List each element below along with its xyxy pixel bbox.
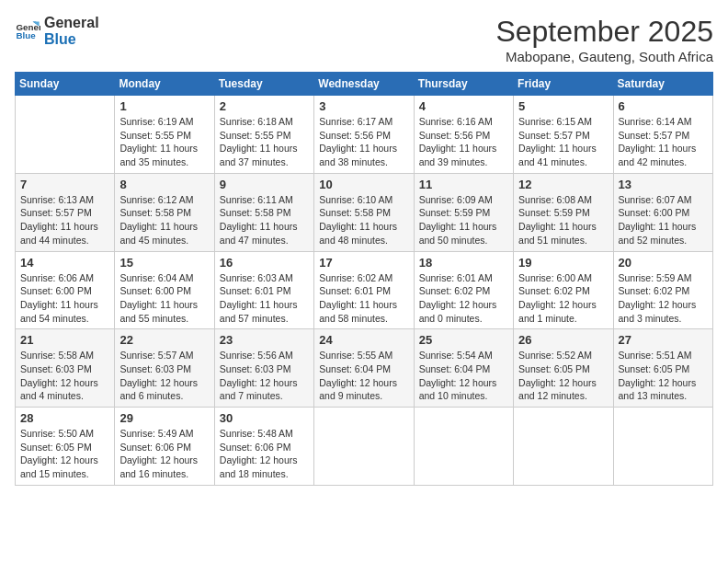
calendar-cell [16, 96, 115, 174]
week-row-5: 28Sunrise: 5:50 AMSunset: 6:05 PMDayligh… [16, 408, 713, 486]
day-info: Sunrise: 5:54 AMSunset: 6:04 PMDaylight:… [419, 349, 508, 403]
calendar-cell: 26Sunrise: 5:52 AMSunset: 6:05 PMDayligh… [514, 329, 613, 408]
logo-line2: Blue [44, 31, 99, 48]
day-number: 30 [220, 411, 309, 425]
calendar-cell: 23Sunrise: 5:56 AMSunset: 6:03 PMDayligh… [214, 329, 313, 408]
calendar-cell: 17Sunrise: 6:02 AMSunset: 6:01 PMDayligh… [314, 251, 414, 329]
day-info: Sunrise: 5:55 AMSunset: 6:04 PMDaylight:… [319, 349, 408, 403]
calendar-cell [414, 408, 513, 486]
calendar-cell: 27Sunrise: 5:51 AMSunset: 6:05 PMDayligh… [613, 329, 712, 408]
calendar-cell: 2Sunrise: 6:18 AMSunset: 5:55 PMDaylight… [214, 96, 313, 174]
day-info: Sunrise: 6:18 AMSunset: 5:55 PMDaylight:… [220, 115, 309, 169]
day-number: 7 [20, 178, 109, 191]
calendar-cell: 4Sunrise: 6:16 AMSunset: 5:56 PMDaylight… [414, 96, 513, 174]
title-area: September 2025 Mabopane, Gauteng, South … [495, 15, 713, 64]
day-number: 26 [518, 333, 608, 347]
weekday-header-friday: Friday [514, 73, 613, 96]
calendar-cell: 5Sunrise: 6:15 AMSunset: 5:57 PMDaylight… [514, 96, 613, 174]
day-number: 18 [419, 256, 508, 270]
calendar-cell: 16Sunrise: 6:03 AMSunset: 6:01 PMDayligh… [214, 251, 313, 329]
calendar-cell: 20Sunrise: 5:59 AMSunset: 6:02 PMDayligh… [613, 251, 712, 329]
day-info: Sunrise: 6:04 AMSunset: 6:00 PMDaylight:… [119, 271, 209, 326]
day-number: 2 [220, 99, 309, 113]
day-info: Sunrise: 6:08 AMSunset: 5:59 PMDaylight:… [518, 193, 608, 247]
week-row-1: 1Sunrise: 6:19 AMSunset: 5:55 PMDaylight… [16, 96, 713, 174]
month-title: September 2025 [495, 15, 713, 49]
logo-icon: General Blue [15, 18, 40, 44]
weekday-header-tuesday: Tuesday [214, 73, 313, 96]
weekday-header-row: SundayMondayTuesdayWednesdayThursdayFrid… [16, 73, 713, 96]
day-info: Sunrise: 6:02 AMSunset: 6:01 PMDaylight:… [319, 271, 408, 326]
calendar-cell [314, 408, 414, 486]
day-number: 17 [319, 256, 408, 270]
day-info: Sunrise: 6:11 AMSunset: 5:58 PMDaylight:… [220, 193, 309, 247]
day-number: 12 [518, 178, 608, 191]
day-number: 10 [319, 178, 408, 191]
day-info: Sunrise: 6:10 AMSunset: 5:58 PMDaylight:… [319, 193, 408, 247]
calendar-cell: 10Sunrise: 6:10 AMSunset: 5:58 PMDayligh… [314, 173, 414, 251]
location-title: Mabopane, Gauteng, South Africa [495, 49, 713, 64]
calendar-cell: 19Sunrise: 6:00 AMSunset: 6:02 PMDayligh… [514, 251, 613, 329]
weekday-header-monday: Monday [115, 73, 214, 96]
svg-text:Blue: Blue [16, 30, 36, 40]
day-info: Sunrise: 5:51 AMSunset: 6:05 PMDaylight:… [619, 349, 708, 403]
day-number: 14 [20, 256, 109, 270]
weekday-header-thursday: Thursday [414, 73, 513, 96]
calendar-cell: 24Sunrise: 5:55 AMSunset: 6:04 PMDayligh… [314, 329, 414, 408]
day-info: Sunrise: 5:58 AMSunset: 6:03 PMDaylight:… [20, 349, 109, 403]
day-number: 22 [119, 333, 209, 347]
calendar-cell: 7Sunrise: 6:13 AMSunset: 5:57 PMDaylight… [16, 173, 115, 251]
day-number: 20 [619, 256, 708, 270]
calendar-cell: 9Sunrise: 6:11 AMSunset: 5:58 PMDaylight… [214, 173, 313, 251]
day-number: 24 [319, 333, 408, 347]
day-info: Sunrise: 6:19 AMSunset: 5:55 PMDaylight:… [119, 115, 209, 169]
day-number: 25 [419, 333, 508, 347]
day-info: Sunrise: 6:09 AMSunset: 5:59 PMDaylight:… [419, 193, 508, 247]
page-header: General Blue General Blue September 2025… [15, 15, 713, 64]
day-number: 13 [619, 178, 708, 191]
calendar-cell: 11Sunrise: 6:09 AMSunset: 5:59 PMDayligh… [414, 173, 513, 251]
calendar-cell [613, 408, 712, 486]
calendar-cell [514, 408, 613, 486]
day-info: Sunrise: 6:13 AMSunset: 5:57 PMDaylight:… [20, 193, 109, 247]
calendar-cell: 13Sunrise: 6:07 AMSunset: 6:00 PMDayligh… [613, 173, 712, 251]
logo-line1: General [44, 15, 99, 31]
day-number: 11 [419, 178, 508, 191]
day-number: 23 [220, 333, 309, 347]
calendar-cell: 30Sunrise: 5:48 AMSunset: 6:06 PMDayligh… [214, 408, 313, 486]
calendar-cell: 29Sunrise: 5:49 AMSunset: 6:06 PMDayligh… [115, 408, 214, 486]
calendar-table: SundayMondayTuesdayWednesdayThursdayFrid… [15, 72, 713, 486]
day-number: 15 [119, 256, 209, 270]
calendar-cell: 12Sunrise: 6:08 AMSunset: 5:59 PMDayligh… [514, 173, 613, 251]
logo: General Blue General Blue [15, 15, 99, 47]
day-info: Sunrise: 6:00 AMSunset: 6:02 PMDaylight:… [518, 271, 608, 326]
calendar-cell: 15Sunrise: 6:04 AMSunset: 6:00 PMDayligh… [115, 251, 214, 329]
day-number: 1 [119, 99, 209, 113]
day-info: Sunrise: 6:12 AMSunset: 5:58 PMDaylight:… [119, 193, 209, 247]
day-info: Sunrise: 5:52 AMSunset: 6:05 PMDaylight:… [518, 349, 608, 403]
day-info: Sunrise: 5:48 AMSunset: 6:06 PMDaylight:… [220, 427, 309, 481]
calendar-cell: 8Sunrise: 6:12 AMSunset: 5:58 PMDaylight… [115, 173, 214, 251]
weekday-header-saturday: Saturday [613, 73, 712, 96]
day-info: Sunrise: 6:15 AMSunset: 5:57 PMDaylight:… [518, 115, 608, 169]
day-info: Sunrise: 5:50 AMSunset: 6:05 PMDaylight:… [20, 427, 109, 481]
day-info: Sunrise: 6:01 AMSunset: 6:02 PMDaylight:… [419, 271, 508, 326]
calendar-cell: 14Sunrise: 6:06 AMSunset: 6:00 PMDayligh… [16, 251, 115, 329]
day-number: 9 [220, 178, 309, 191]
day-info: Sunrise: 5:57 AMSunset: 6:03 PMDaylight:… [119, 349, 209, 403]
week-row-2: 7Sunrise: 6:13 AMSunset: 5:57 PMDaylight… [16, 173, 713, 251]
day-info: Sunrise: 6:06 AMSunset: 6:00 PMDaylight:… [20, 271, 109, 326]
calendar-cell: 18Sunrise: 6:01 AMSunset: 6:02 PMDayligh… [414, 251, 513, 329]
calendar-cell: 28Sunrise: 5:50 AMSunset: 6:05 PMDayligh… [16, 408, 115, 486]
day-number: 19 [518, 256, 608, 270]
day-info: Sunrise: 6:17 AMSunset: 5:56 PMDaylight:… [319, 115, 408, 169]
day-number: 16 [220, 256, 309, 270]
week-row-4: 21Sunrise: 5:58 AMSunset: 6:03 PMDayligh… [16, 329, 713, 408]
calendar-cell: 1Sunrise: 6:19 AMSunset: 5:55 PMDaylight… [115, 96, 214, 174]
day-number: 28 [20, 411, 109, 425]
day-number: 6 [619, 99, 708, 113]
calendar-cell: 3Sunrise: 6:17 AMSunset: 5:56 PMDaylight… [314, 96, 414, 174]
calendar-cell: 6Sunrise: 6:14 AMSunset: 5:57 PMDaylight… [613, 96, 712, 174]
day-info: Sunrise: 6:14 AMSunset: 5:57 PMDaylight:… [619, 115, 708, 169]
day-number: 27 [619, 333, 708, 347]
